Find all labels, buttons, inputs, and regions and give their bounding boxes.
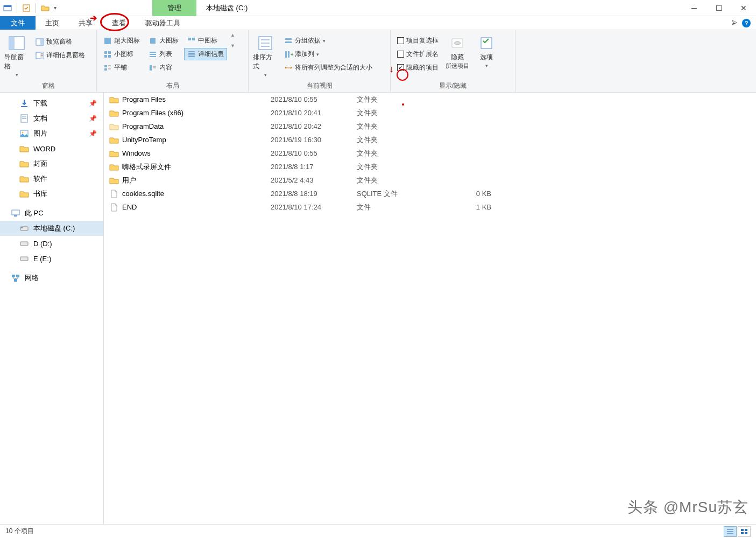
titlebar: ▾ 管理 本地磁盘 (C:) ─ ☐ ✕ xyxy=(0,0,756,16)
qat-dropdown[interactable]: ▾ xyxy=(53,5,58,11)
hidden-items-toggle[interactable]: 隐藏的项目 xyxy=(394,61,442,74)
file-row[interactable]: 用户2021/5/2 4:43文件夹 xyxy=(104,173,756,187)
ribbon: 导航窗格 预览窗格 详细信息窗格 窗格 超大图标 小图标 平铺 xyxy=(0,30,756,93)
file-date: 2021/5/2 4:43 xyxy=(271,176,357,184)
nav-disk-e[interactable]: E (E:) xyxy=(0,251,103,266)
add-columns-button[interactable]: +添加列 xyxy=(281,48,376,60)
help-icon[interactable]: ? xyxy=(742,19,751,27)
file-row[interactable]: cookies.sqlite2021/8/8 18:19SQLITE 文件0 K… xyxy=(104,187,756,200)
file-list[interactable]: Program Files2021/8/10 0:55文件夹Program Fi… xyxy=(104,93,756,524)
navigation-pane-button[interactable]: 导航窗格 xyxy=(3,32,30,80)
qat-properties-icon[interactable] xyxy=(22,4,31,12)
nav-library[interactable]: 书库 xyxy=(0,186,103,201)
minimize-button[interactable]: ─ xyxy=(682,0,706,16)
svg-rect-13 xyxy=(108,51,111,54)
file-row[interactable]: 嗨格式录屏文件2021/8/8 1:17文件夹 xyxy=(104,160,756,173)
minimize-ribbon-icon[interactable]: ⮚ xyxy=(731,19,738,27)
tab-share[interactable]: 共享 xyxy=(69,16,102,30)
file-type: SQLITE 文件 xyxy=(357,189,454,199)
svg-rect-15 xyxy=(108,55,111,58)
content-button[interactable]: 内容 xyxy=(145,61,182,74)
svg-point-49 xyxy=(22,132,24,134)
annotation-dot xyxy=(402,103,404,106)
file-row[interactable]: UnityProTemp2021/6/19 16:30文件夹 xyxy=(104,133,756,146)
medium-icons-button[interactable]: 中图标 xyxy=(184,34,227,47)
svg-rect-58 xyxy=(14,279,17,282)
extra-large-icons-button[interactable]: 超大图标 xyxy=(100,34,143,47)
nav-this-pc[interactable]: 此 PC xyxy=(0,206,103,221)
nav-word[interactable]: WORD xyxy=(0,141,103,156)
preview-pane-button[interactable]: 预览窗格 xyxy=(32,36,88,48)
nav-pictures[interactable]: 图片📌 xyxy=(0,126,103,141)
nav-cover[interactable]: 封面 xyxy=(0,156,103,171)
close-button[interactable]: ✕ xyxy=(731,0,756,16)
details-view-button[interactable]: 详细信息 xyxy=(184,48,227,60)
file-name: Windows xyxy=(122,149,151,157)
tab-home[interactable]: 主页 xyxy=(36,16,69,30)
tab-drive-tools[interactable]: 驱动器工具 xyxy=(136,16,190,30)
nav-local-disk-c[interactable]: 本地磁盘 (C:) xyxy=(0,221,103,236)
file-row[interactable]: Program Files (x86)2021/8/10 20:41文件夹 xyxy=(104,106,756,120)
tab-file[interactable]: 文件 xyxy=(0,16,36,30)
folder-icon xyxy=(109,135,119,145)
file-type: 文件夹 xyxy=(357,108,454,118)
file-row[interactable]: Windows2021/8/10 0:55文件夹 xyxy=(104,146,756,160)
nav-software[interactable]: 软件 xyxy=(0,171,103,186)
list-button[interactable]: 列表 xyxy=(145,48,182,60)
svg-rect-12 xyxy=(104,51,107,54)
file-row[interactable]: END2021/8/10 17:24文件1 KB xyxy=(104,200,756,214)
tiles-button[interactable]: 平铺 xyxy=(100,61,143,74)
sort-by-button[interactable]: 排序方式 xyxy=(252,32,279,80)
svg-rect-43 xyxy=(481,38,492,48)
qat-folder-icon[interactable] xyxy=(41,4,50,12)
svg-rect-51 xyxy=(14,215,17,216)
file-row[interactable]: Program Files2021/8/10 0:55文件夹 xyxy=(104,93,756,106)
svg-rect-64 xyxy=(741,532,744,534)
svg-rect-28 xyxy=(192,38,195,40)
details-pane-button[interactable]: 详细信息窗格 xyxy=(32,49,88,61)
nav-disk-d[interactable]: D (D:) xyxy=(0,236,103,251)
svg-text:+: + xyxy=(291,52,293,58)
svg-rect-57 xyxy=(16,275,19,277)
svg-rect-53 xyxy=(21,227,23,228)
layout-scroll-down[interactable]: ▼ xyxy=(230,43,235,48)
file-type: 文件夹 xyxy=(357,122,454,131)
svg-rect-39 xyxy=(285,51,287,58)
options-button[interactable]: 选项 xyxy=(473,32,500,71)
file-name: 嗨格式录屏文件 xyxy=(122,162,171,172)
file-size: 1 KB xyxy=(454,203,491,211)
svg-rect-54 xyxy=(20,242,28,246)
large-icons-button[interactable]: 大图标 xyxy=(145,34,182,47)
small-icons-button[interactable]: 小图标 xyxy=(100,48,143,60)
quick-access-toolbar: ▾ xyxy=(0,3,61,13)
svg-rect-6 xyxy=(40,39,44,45)
file-name: 用户 xyxy=(122,176,136,185)
svg-rect-4 xyxy=(9,37,15,50)
thumbnails-view-toggle[interactable] xyxy=(738,526,751,537)
svg-rect-1 xyxy=(4,5,11,7)
nav-downloads[interactable]: 下载📌 xyxy=(0,96,103,111)
tab-view[interactable]: 查看 xyxy=(102,16,136,30)
file-date: 2021/8/10 0:55 xyxy=(271,149,357,157)
statusbar: 10 个项目 xyxy=(0,524,756,538)
ribbon-group-currentview-label: 当前视图 xyxy=(252,80,387,92)
details-view-toggle[interactable] xyxy=(724,526,737,537)
svg-rect-40 xyxy=(288,51,289,58)
svg-rect-55 xyxy=(20,257,28,261)
file-extensions-toggle[interactable]: 文件扩展名 xyxy=(394,48,442,60)
svg-rect-63 xyxy=(745,529,747,531)
svg-rect-24 xyxy=(150,65,152,71)
window-controls: ─ ☐ ✕ xyxy=(682,0,756,16)
nav-network[interactable]: 网络 xyxy=(0,270,103,285)
size-columns-button[interactable]: 将所有列调整为合适的大小 xyxy=(281,61,376,74)
maximize-button[interactable]: ☐ xyxy=(706,0,731,16)
folder-icon xyxy=(109,149,119,158)
file-date: 2021/8/10 20:41 xyxy=(271,109,357,117)
group-by-button[interactable]: 分组依据 xyxy=(281,34,376,47)
svg-rect-27 xyxy=(188,38,191,40)
hide-selected-button[interactable]: 隐藏 所选项目 xyxy=(444,32,471,72)
file-row[interactable]: ProgramData2021/8/10 20:42文件夹 xyxy=(104,120,756,133)
layout-scroll-up[interactable]: ▲ xyxy=(230,32,235,38)
nav-documents[interactable]: 文档📌 xyxy=(0,111,103,126)
item-checkboxes-toggle[interactable]: 项目复选框 xyxy=(394,34,442,47)
